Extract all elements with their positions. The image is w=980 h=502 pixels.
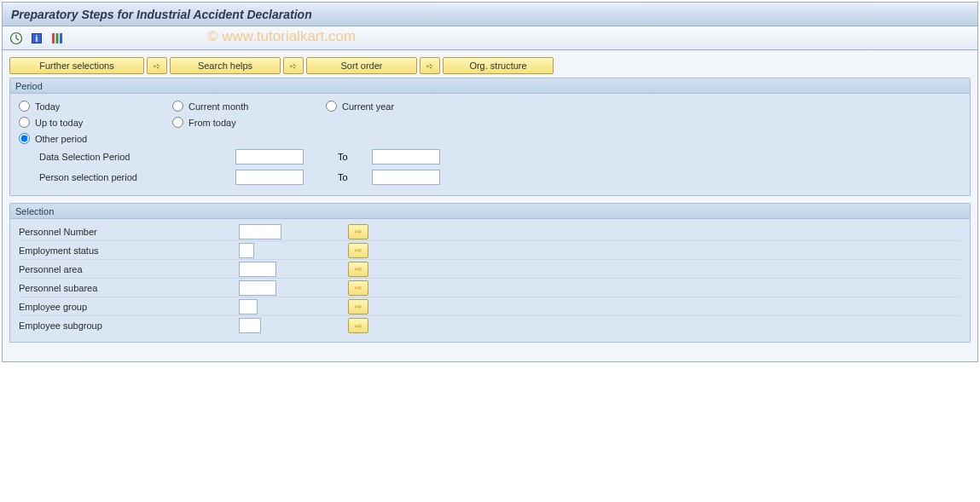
employee-group-input[interactable] xyxy=(239,299,258,314)
button-label: Search helps xyxy=(198,61,252,71)
group-header: Selection xyxy=(10,204,970,219)
execute-icon[interactable] xyxy=(8,30,25,47)
arrow-right-icon: ⇨ xyxy=(355,245,362,255)
multiple-selection-button[interactable]: ⇨ xyxy=(348,262,368,277)
radio-other-period-input[interactable] xyxy=(19,133,30,144)
employee-group-row: Employee group ⇨ xyxy=(19,297,961,316)
radio-today[interactable]: Today xyxy=(19,101,172,112)
radio-label: Current month xyxy=(188,101,248,112)
selection-body: Personnel Number ⇨ Employment status ⇨ P… xyxy=(10,219,970,342)
radio-label: Current year xyxy=(342,101,394,112)
arrow-org-structure-button[interactable]: ➪ xyxy=(420,57,440,74)
multiple-selection-button[interactable]: ⇨ xyxy=(348,243,368,258)
person-selection-period-row: Person selection period To xyxy=(19,170,961,185)
button-label: Sort order xyxy=(341,61,383,71)
field-label: Personnel subarea xyxy=(19,283,239,293)
radio-from-today[interactable]: From today xyxy=(172,117,326,128)
radio-up-to-today[interactable]: Up to today xyxy=(19,117,172,128)
page-title: Preparatory Steps for Industrial Acciden… xyxy=(11,8,312,21)
app-toolbar: i © www.tutorialkart.com xyxy=(3,26,977,50)
multiple-selection-button[interactable]: ⇨ xyxy=(348,224,368,239)
sort-order-button[interactable]: Sort order xyxy=(306,57,417,74)
data-selection-to-input[interactable] xyxy=(372,149,440,164)
arrow-sort-order-button[interactable]: ➪ xyxy=(283,57,304,74)
radio-current-month-input[interactable] xyxy=(172,101,183,112)
to-label: To xyxy=(338,152,372,162)
variant-icon[interactable] xyxy=(49,30,66,47)
field-label: Employment status xyxy=(19,245,239,256)
person-selection-from-input[interactable] xyxy=(235,170,304,185)
svg-rect-7 xyxy=(60,33,62,43)
arrow-right-icon: ⇨ xyxy=(355,283,362,292)
radio-from-today-input[interactable] xyxy=(172,117,183,128)
button-label: Further selections xyxy=(39,61,113,71)
arrow-right-icon: ⇨ xyxy=(355,321,362,331)
field-label: Personnel Number xyxy=(19,227,239,237)
field-label: Data Selection Period xyxy=(39,152,235,162)
personnel-subarea-row: Personnel subarea ⇨ xyxy=(19,279,961,297)
field-label: Employee group xyxy=(19,302,239,312)
arrow-right-icon: ⇨ xyxy=(355,264,362,274)
radio-label: Today xyxy=(35,101,60,112)
info-icon[interactable]: i xyxy=(28,30,45,47)
to-label: To xyxy=(338,172,372,182)
title-bar: Preparatory Steps for Industrial Acciden… xyxy=(3,3,977,26)
employee-subgroup-row: Employee subgroup ⇨ xyxy=(19,316,961,335)
radio-label: Up to today xyxy=(35,118,83,128)
radio-current-month[interactable]: Current month xyxy=(172,101,326,112)
action-button-bar: Further selections ➪ Search helps ➪ Sort… xyxy=(9,57,971,74)
radio-up-to-today-input[interactable] xyxy=(19,117,30,128)
field-label: Person selection period xyxy=(39,172,235,182)
further-selections-button[interactable]: Further selections xyxy=(9,57,144,74)
arrow-right-icon: ➪ xyxy=(290,61,297,71)
radio-current-year[interactable]: Current year xyxy=(326,101,479,112)
personnel-subarea-input[interactable] xyxy=(239,280,276,296)
svg-text:i: i xyxy=(36,34,38,43)
field-label: Employee subgroup xyxy=(19,320,239,331)
personnel-area-row: Personnel area ⇨ xyxy=(19,260,961,279)
arrow-right-icon: ⇨ xyxy=(355,227,362,236)
period-group: Period Today Current month Current year xyxy=(9,78,971,196)
data-selection-from-input[interactable] xyxy=(235,149,304,164)
svg-line-2 xyxy=(16,38,19,40)
arrow-right-icon: ➪ xyxy=(154,61,160,71)
org-structure-button[interactable]: Org. structure xyxy=(443,57,554,74)
radio-other-period[interactable]: Other period xyxy=(19,133,172,144)
radio-label: Other period xyxy=(35,134,87,144)
main-frame: Preparatory Steps for Industrial Acciden… xyxy=(2,2,978,362)
selection-group: Selection Personnel Number ⇨ Employment … xyxy=(9,203,971,343)
employment-status-input[interactable] xyxy=(239,243,254,258)
multiple-selection-button[interactable]: ⇨ xyxy=(348,299,368,314)
radio-label: From today xyxy=(188,118,236,128)
arrow-right-icon: ➪ xyxy=(426,61,433,71)
person-selection-to-input[interactable] xyxy=(372,170,440,185)
period-radio-grid: Today Current month Current year Up to t… xyxy=(19,101,961,144)
data-selection-period-row: Data Selection Period To xyxy=(19,149,961,164)
group-header: Period xyxy=(10,78,970,94)
period-body: Today Current month Current year Up to t… xyxy=(10,94,970,195)
personnel-number-row: Personnel Number ⇨ xyxy=(19,222,961,241)
svg-rect-6 xyxy=(56,33,59,43)
employee-subgroup-input[interactable] xyxy=(239,318,261,333)
multiple-selection-button[interactable]: ⇨ xyxy=(348,318,368,333)
radio-current-year-input[interactable] xyxy=(326,101,337,112)
content-area: Further selections ➪ Search helps ➪ Sort… xyxy=(3,50,977,361)
personnel-area-input[interactable] xyxy=(239,262,276,277)
watermark-text: © www.tutorialkart.com xyxy=(207,28,356,45)
arrow-right-icon: ⇨ xyxy=(355,302,362,311)
button-label: Org. structure xyxy=(469,61,526,71)
personnel-number-input[interactable] xyxy=(239,224,281,239)
field-label: Personnel area xyxy=(19,264,239,274)
multiple-selection-button[interactable]: ⇨ xyxy=(348,280,368,296)
search-helps-button[interactable]: Search helps xyxy=(170,57,281,74)
employment-status-row: Employment status ⇨ xyxy=(19,241,961,260)
svg-rect-5 xyxy=(52,33,55,43)
radio-today-input[interactable] xyxy=(19,101,30,112)
arrow-search-helps-button[interactable]: ➪ xyxy=(147,57,167,74)
